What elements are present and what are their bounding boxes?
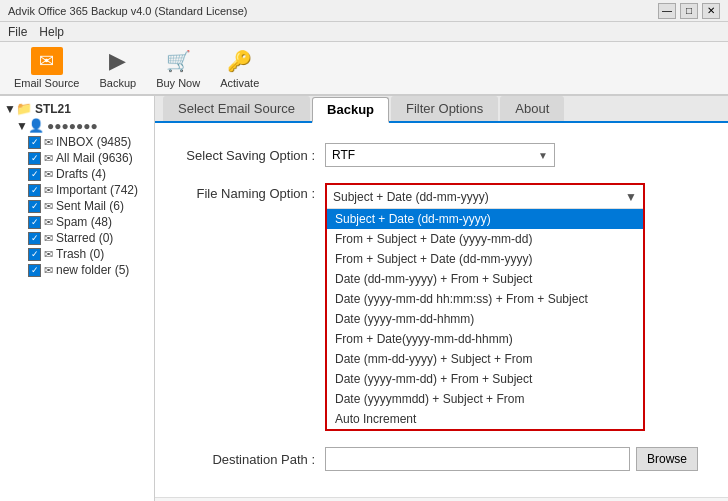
form-area: Select Saving Option : RTF ▼ File Naming… [155,123,728,497]
saving-option-value: RTF [332,148,355,162]
bottom-bar: Backup [155,497,728,501]
browse-button[interactable]: Browse [636,447,698,471]
trash-item[interactable]: ✓ ✉ Trash (0) [0,246,154,262]
file-naming-label: File Naming Option : [165,183,325,201]
tab-select-email-source[interactable]: Select Email Source [163,96,310,121]
sentmail-checkbox[interactable]: ✓ [28,200,41,213]
toolbar: ✉ Email Source ▶ Backup 🛒 Buy Now 🔑 Acti… [0,42,728,96]
spam-item[interactable]: ✓ ✉ Spam (48) [0,214,154,230]
close-button[interactable]: ✕ [702,3,720,19]
backup-toolbar-label: Backup [99,77,136,89]
dropdown-item-7[interactable]: Date (mm-dd-yyyy) + Subject + From [327,349,643,369]
dropdown-item-8[interactable]: Date (yyyy-mm-dd) + From + Subject [327,369,643,389]
title-bar: Advik Office 365 Backup v4.0 (Standard L… [0,0,728,22]
tab-backup[interactable]: Backup [312,97,389,123]
main-layout: ▼ 📁 STL21 ▼ 👤 ●●●●●●● ✓ ✉ INBOX (9485) ✓… [0,96,728,501]
window-title: Advik Office 365 Backup v4.0 (Standard L… [8,5,248,17]
destination-input[interactable] [325,447,630,471]
email-icon-inbox: ✉ [44,136,53,149]
window-controls[interactable]: — □ ✕ [658,3,720,19]
important-checkbox[interactable]: ✓ [28,184,41,197]
buy-now-button[interactable]: 🛒 Buy Now [150,45,206,91]
menu-bar: File Help [0,22,728,42]
tab-filter-options[interactable]: Filter Options [391,96,498,121]
buy-now-icon: 🛒 [162,47,194,75]
account-label: ●●●●●●● [47,119,98,133]
dropdown-item-4[interactable]: Date (yyyy-mm-dd hh:mm:ss) + From + Subj… [327,289,643,309]
dropdown-header[interactable]: Subject + Date (dd-mm-yyyy) ▼ [327,185,643,209]
menu-help[interactable]: Help [39,25,64,39]
trash-label: Trash (0) [56,247,104,261]
buy-now-label: Buy Now [156,77,200,89]
dropdown-selected-text: Subject + Date (dd-mm-yyyy) [333,190,489,204]
account-icon: 👤 [28,118,44,133]
folder-icon: 📁 [16,101,32,116]
important-item[interactable]: ✓ ✉ Important (742) [0,182,154,198]
file-naming-row: File Naming Option : Subject + Date (dd-… [165,183,698,431]
menu-file[interactable]: File [8,25,27,39]
destination-label: Destination Path : [165,452,325,467]
starred-label: Starred (0) [56,231,113,245]
tab-bar: Select Email Source Backup Filter Option… [155,96,728,123]
email-icon-starred: ✉ [44,232,53,245]
tree-account-item[interactable]: ▼ 👤 ●●●●●●● [0,117,154,134]
dropdown-arrow-icon: ▼ [625,190,637,204]
dropdown-item-2[interactable]: From + Subject + Date (dd-mm-yyyy) [327,249,643,269]
newfolder-checkbox[interactable]: ✓ [28,264,41,277]
dropdown-item-9[interactable]: Date (yyyymmdd) + Subject + From [327,389,643,409]
dropdown-item-0[interactable]: Subject + Date (dd-mm-yyyy) [327,209,643,229]
activate-label: Activate [220,77,259,89]
spam-label: Spam (48) [56,215,112,229]
saving-option-select[interactable]: RTF ▼ [325,143,555,167]
drafts-item[interactable]: ✓ ✉ Drafts (4) [0,166,154,182]
dropdown-item-5[interactable]: Date (yyyy-mm-dd-hhmm) [327,309,643,329]
inbox-item[interactable]: ✓ ✉ INBOX (9485) [0,134,154,150]
destination-control: Browse [325,447,698,471]
backup-toolbar-button[interactable]: ▶ Backup [93,45,142,91]
email-icon-allmail: ✉ [44,152,53,165]
inbox-label: INBOX (9485) [56,135,131,149]
tree-expand-icon2: ▼ [16,119,28,133]
email-source-button[interactable]: ✉ Email Source [8,45,85,91]
email-icon-important: ✉ [44,184,53,197]
sidebar: ▼ 📁 STL21 ▼ 👤 ●●●●●●● ✓ ✉ INBOX (9485) ✓… [0,96,155,501]
important-label: Important (742) [56,183,138,197]
trash-checkbox[interactable]: ✓ [28,248,41,261]
tab-about[interactable]: About [500,96,564,121]
drafts-label: Drafts (4) [56,167,106,181]
email-icon-sentmail: ✉ [44,200,53,213]
tree-root-label: STL21 [35,102,71,116]
starred-checkbox[interactable]: ✓ [28,232,41,245]
allmail-item[interactable]: ✓ ✉ All Mail (9636) [0,150,154,166]
destination-row: Destination Path : Browse [165,447,698,471]
allmail-checkbox[interactable]: ✓ [28,152,41,165]
sentmail-item[interactable]: ✓ ✉ Sent Mail (6) [0,198,154,214]
email-icon-newfolder: ✉ [44,264,53,277]
email-icon-drafts: ✉ [44,168,53,181]
drafts-checkbox[interactable]: ✓ [28,168,41,181]
newfolder-item[interactable]: ✓ ✉ new folder (5) [0,262,154,278]
file-naming-control: Subject + Date (dd-mm-yyyy) ▼ Subject + … [325,183,698,431]
email-source-icon: ✉ [31,47,63,75]
dropdown-list: Subject + Date (dd-mm-yyyy) From + Subje… [327,209,643,429]
email-source-label: Email Source [14,77,79,89]
newfolder-label: new folder (5) [56,263,129,277]
email-icon-spam: ✉ [44,216,53,229]
minimize-button[interactable]: — [658,3,676,19]
maximize-button[interactable]: □ [680,3,698,19]
starred-item[interactable]: ✓ ✉ Starred (0) [0,230,154,246]
saving-option-control: RTF ▼ [325,143,698,167]
activate-button[interactable]: 🔑 Activate [214,45,265,91]
spam-checkbox[interactable]: ✓ [28,216,41,229]
allmail-label: All Mail (9636) [56,151,133,165]
tree-root-item[interactable]: ▼ 📁 STL21 [0,100,154,117]
backup-icon: ▶ [102,47,134,75]
dropdown-item-10[interactable]: Auto Increment [327,409,643,429]
email-icon: ✉ [31,47,63,75]
dropdown-item-3[interactable]: Date (dd-mm-yyyy) + From + Subject [327,269,643,289]
saving-option-row: Select Saving Option : RTF ▼ [165,143,698,167]
inbox-checkbox[interactable]: ✓ [28,136,41,149]
email-icon-trash: ✉ [44,248,53,261]
dropdown-item-1[interactable]: From + Subject + Date (yyyy-mm-dd) [327,229,643,249]
dropdown-item-6[interactable]: From + Date(yyyy-mm-dd-hhmm) [327,329,643,349]
